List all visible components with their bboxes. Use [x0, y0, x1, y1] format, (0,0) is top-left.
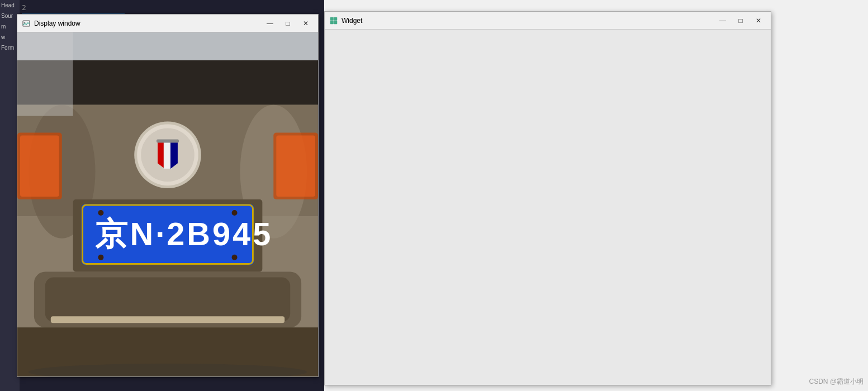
titlebar-left: Display window [22, 19, 80, 28]
code-line-1: 2 [22, 2, 322, 13]
svg-point-21 [98, 210, 103, 216]
sidebar-item-head: Head [0, 0, 20, 11]
watermark-text: CSDN @霸道小明 [809, 378, 864, 385]
widget-maximize-button[interactable]: □ [733, 15, 748, 26]
widget-titlebar-left: Widget [329, 16, 362, 25]
svg-rect-36 [334, 21, 338, 24]
svg-point-24 [232, 255, 238, 260]
svg-point-22 [232, 210, 238, 216]
widget-title: Widget [341, 17, 362, 25]
widget-icon [329, 16, 338, 25]
svg-text:京N·2B945: 京N·2B945 [95, 216, 273, 252]
svg-rect-27 [20, 135, 59, 197]
svg-rect-33 [330, 17, 334, 21]
car-image-container: 京N·2B945 [17, 32, 318, 376]
display-maximize-button[interactable]: □ [280, 18, 296, 29]
display-window-controls: — □ ✕ [262, 18, 314, 29]
watermark: CSDN @霸道小明 [809, 377, 864, 387]
svg-rect-34 [334, 17, 338, 21]
display-window-title: Display window [34, 20, 80, 27]
svg-point-1 [24, 22, 25, 23]
widget-window: Widget — □ ✕ [324, 11, 771, 385]
widget-minimize-button[interactable]: — [715, 15, 731, 26]
svg-rect-17 [51, 316, 284, 323]
svg-rect-29 [276, 135, 315, 197]
svg-rect-35 [330, 21, 334, 24]
svg-rect-32 [17, 32, 73, 116]
display-window: Display window — □ ✕ [17, 14, 319, 377]
display-minimize-button[interactable]: — [262, 18, 278, 29]
svg-rect-16 [45, 278, 290, 322]
widget-titlebar: Widget — □ ✕ [325, 12, 771, 30]
svg-marker-12 [164, 141, 172, 169]
widget-content-area [325, 30, 771, 385]
svg-point-23 [98, 255, 103, 260]
display-window-icon [22, 19, 31, 28]
display-window-titlebar: Display window — □ ✕ [17, 15, 318, 32]
display-close-button[interactable]: ✕ [298, 18, 314, 29]
widget-close-button[interactable]: ✕ [751, 15, 766, 26]
car-image-svg: 京N·2B945 [17, 32, 318, 376]
svg-rect-14 [156, 139, 179, 142]
widget-window-controls: — □ ✕ [715, 15, 766, 26]
